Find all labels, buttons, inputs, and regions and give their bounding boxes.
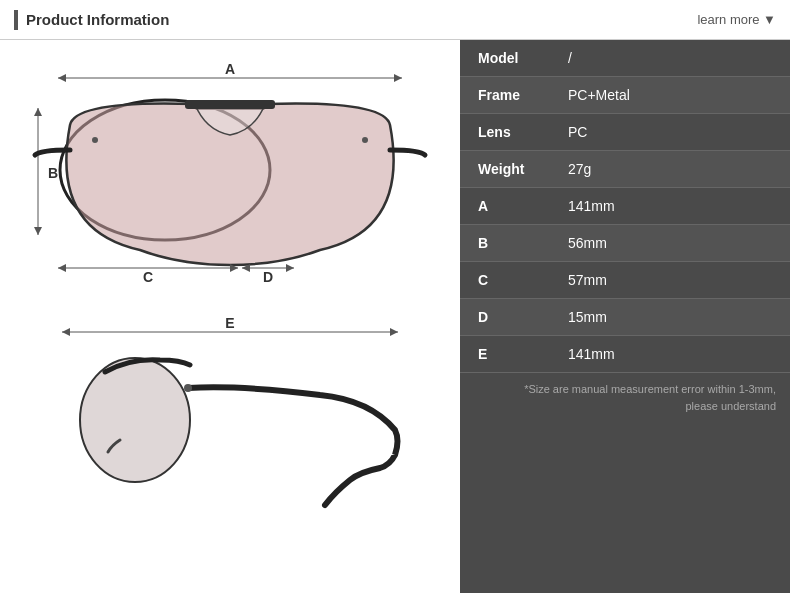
- spec-value: PC: [550, 114, 790, 151]
- side-view-svg: E: [40, 310, 420, 520]
- spec-value: /: [550, 40, 790, 77]
- svg-text:D: D: [263, 269, 273, 285]
- page-title: Product Information: [26, 11, 169, 28]
- svg-marker-5: [34, 108, 42, 116]
- spec-value: 56mm: [550, 225, 790, 262]
- spec-value: 141mm: [550, 336, 790, 373]
- spec-label: C: [460, 262, 550, 299]
- spec-row: C 57mm: [460, 262, 790, 299]
- spec-value: 27g: [550, 151, 790, 188]
- svg-marker-14: [58, 264, 66, 272]
- diagram-panel: A B: [0, 40, 460, 593]
- spec-row: Model /: [460, 40, 790, 77]
- spec-label: A: [460, 188, 550, 225]
- spec-value: 15mm: [550, 299, 790, 336]
- svg-marker-2: [394, 74, 402, 82]
- spec-value: 141mm: [550, 188, 790, 225]
- svg-text:E: E: [225, 315, 234, 331]
- page-header: Product Information learn more ▼: [0, 0, 790, 40]
- spec-row: E 141mm: [460, 336, 790, 373]
- svg-marker-22: [62, 328, 70, 336]
- title-bar: [14, 10, 18, 30]
- spec-label: Model: [460, 40, 550, 77]
- svg-point-12: [362, 137, 368, 143]
- spec-label: Lens: [460, 114, 550, 151]
- measurement-note: *Size are manual measurement error withi…: [460, 373, 790, 422]
- spec-row: Frame PC+Metal: [460, 77, 790, 114]
- svg-point-25: [80, 358, 190, 482]
- spec-row: Lens PC: [460, 114, 790, 151]
- spec-label: B: [460, 225, 550, 262]
- front-view-diagram: A B: [20, 50, 440, 300]
- svg-marker-6: [34, 227, 42, 235]
- spec-row: Weight 27g: [460, 151, 790, 188]
- spec-label: Frame: [460, 77, 550, 114]
- front-view-svg: A B: [20, 50, 440, 300]
- spec-value: 57mm: [550, 262, 790, 299]
- side-view-diagram: E: [40, 310, 420, 520]
- svg-rect-10: [185, 100, 275, 109]
- main-content: A B: [0, 40, 790, 593]
- svg-marker-1: [58, 74, 66, 82]
- spec-row: A 141mm: [460, 188, 790, 225]
- spec-row: D 15mm: [460, 299, 790, 336]
- spec-row: B 56mm: [460, 225, 790, 262]
- svg-marker-19: [286, 264, 294, 272]
- spec-value: PC+Metal: [550, 77, 790, 114]
- svg-text:B: B: [48, 165, 58, 181]
- svg-text:A: A: [225, 61, 235, 77]
- svg-marker-23: [390, 328, 398, 336]
- svg-point-11: [92, 137, 98, 143]
- svg-text:C: C: [143, 269, 153, 285]
- specs-table: Model / Frame PC+Metal Lens PC Weight 27…: [460, 40, 790, 373]
- learn-more-button[interactable]: learn more ▼: [697, 12, 776, 27]
- svg-point-26: [184, 384, 192, 392]
- info-panel: Model / Frame PC+Metal Lens PC Weight 27…: [460, 40, 790, 593]
- spec-label: E: [460, 336, 550, 373]
- spec-label: Weight: [460, 151, 550, 188]
- title-group: Product Information: [14, 10, 169, 30]
- spec-label: D: [460, 299, 550, 336]
